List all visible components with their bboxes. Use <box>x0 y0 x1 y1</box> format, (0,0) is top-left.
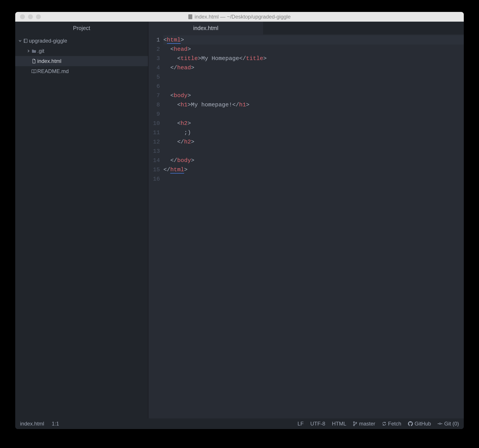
tab-index-html[interactable]: index.html <box>148 22 263 34</box>
minimize-window-button[interactable] <box>28 14 33 19</box>
status-language[interactable]: HTML <box>332 421 346 427</box>
code-line[interactable]: <head> <box>163 45 464 54</box>
line-number: 13 <box>148 147 160 156</box>
line-number: 5 <box>148 72 160 82</box>
line-number-gutter: 12345678910111213141516 <box>148 34 163 418</box>
file-icon <box>188 14 192 19</box>
main-body: upgraded-giggle .git index.html <box>15 34 464 418</box>
code-line[interactable]: <body> <box>163 91 464 100</box>
status-line-ending[interactable]: LF <box>298 421 304 427</box>
window-title-text: index.html — ~/Desktop/upgraded-giggle <box>194 14 291 20</box>
git-commit-icon <box>438 422 442 425</box>
line-number: 9 <box>148 109 160 119</box>
tree-item-label: README.md <box>37 68 69 74</box>
line-number: 1 <box>148 35 160 45</box>
code-line[interactable]: <h2> <box>163 119 464 128</box>
code-line[interactable] <box>163 147 464 156</box>
line-number: 6 <box>148 82 160 91</box>
status-github[interactable]: GitHub <box>408 421 431 427</box>
zoom-window-button[interactable] <box>36 14 41 19</box>
status-encoding[interactable]: UTF-8 <box>310 421 325 427</box>
tree-item-index-html[interactable]: index.html <box>15 56 148 66</box>
tree-item-git[interactable]: .git <box>15 46 148 56</box>
line-number: 14 <box>148 156 160 165</box>
svg-point-3 <box>356 422 357 423</box>
repo-icon <box>22 38 29 43</box>
line-number: 2 <box>148 45 160 54</box>
line-number: 10 <box>148 119 160 128</box>
tree-root[interactable]: upgraded-giggle <box>15 36 148 46</box>
titlebar: index.html — ~/Desktop/upgraded-giggle <box>15 12 464 22</box>
code-line[interactable]: <h1>My homepage!</h1> <box>163 100 464 109</box>
code-line[interactable]: </head> <box>163 63 464 72</box>
git-branch-icon <box>353 421 357 426</box>
svg-point-4 <box>439 423 441 425</box>
line-number: 3 <box>148 54 160 63</box>
status-bar: index.html 1:1 LF UTF-8 HTML master Fetc… <box>15 418 464 429</box>
svg-point-1 <box>353 422 355 423</box>
code-line[interactable] <box>163 72 464 82</box>
line-number: 12 <box>148 137 160 147</box>
line-number: 8 <box>148 100 160 109</box>
code-line[interactable]: </html> <box>163 165 464 174</box>
code-editor[interactable]: 12345678910111213141516 <html> <head> <t… <box>148 34 464 418</box>
sync-icon <box>382 421 386 426</box>
tree-root-label: upgraded-giggle <box>29 38 67 44</box>
code-line[interactable]: </body> <box>163 156 464 165</box>
sidebar-tab-label: Project <box>73 25 90 31</box>
tree-item-readme[interactable]: README.md <box>15 66 148 76</box>
svg-rect-0 <box>24 39 27 43</box>
editor-tabs: index.html <box>148 22 464 34</box>
line-number: 4 <box>148 63 160 72</box>
code-area[interactable]: <html> <head> <title>My Homepage</title>… <box>163 34 464 418</box>
close-window-button[interactable] <box>20 14 25 19</box>
status-branch[interactable]: master <box>353 421 375 427</box>
code-line[interactable]: ;) <box>163 128 464 137</box>
line-number: 15 <box>148 165 160 174</box>
line-number: 16 <box>148 174 160 184</box>
line-number: 7 <box>148 91 160 100</box>
code-line[interactable] <box>163 82 464 91</box>
status-fetch[interactable]: Fetch <box>382 421 401 427</box>
github-icon <box>408 421 413 426</box>
code-line[interactable]: <html> <box>163 35 464 45</box>
code-line[interactable] <box>163 109 464 119</box>
tree-item-label: index.html <box>37 58 61 64</box>
editor-tab-label: index.html <box>193 25 218 31</box>
code-line[interactable]: </h2> <box>163 137 464 147</box>
status-git[interactable]: Git (0) <box>438 421 459 427</box>
book-icon <box>31 69 37 74</box>
tree-item-label: .git <box>37 48 44 54</box>
code-line[interactable]: <title>My Homepage</title> <box>163 54 464 63</box>
window-title: index.html — ~/Desktop/upgraded-giggle <box>15 14 464 20</box>
tabs-row: Project index.html <box>15 22 464 34</box>
folder-icon <box>31 49 37 53</box>
window-controls <box>15 14 41 19</box>
chevron-right-icon <box>26 49 31 53</box>
chevron-down-icon <box>18 39 22 43</box>
project-tree: upgraded-giggle .git index.html <box>15 34 148 418</box>
status-file[interactable]: index.html <box>20 421 44 427</box>
file-icon <box>31 59 37 64</box>
status-cursor-position[interactable]: 1:1 <box>52 421 59 427</box>
code-line[interactable] <box>163 174 464 184</box>
svg-point-2 <box>353 425 355 426</box>
editor-window: index.html — ~/Desktop/upgraded-giggle P… <box>15 12 464 429</box>
line-number: 11 <box>148 128 160 137</box>
sidebar-panel-tab[interactable]: Project <box>15 22 148 34</box>
